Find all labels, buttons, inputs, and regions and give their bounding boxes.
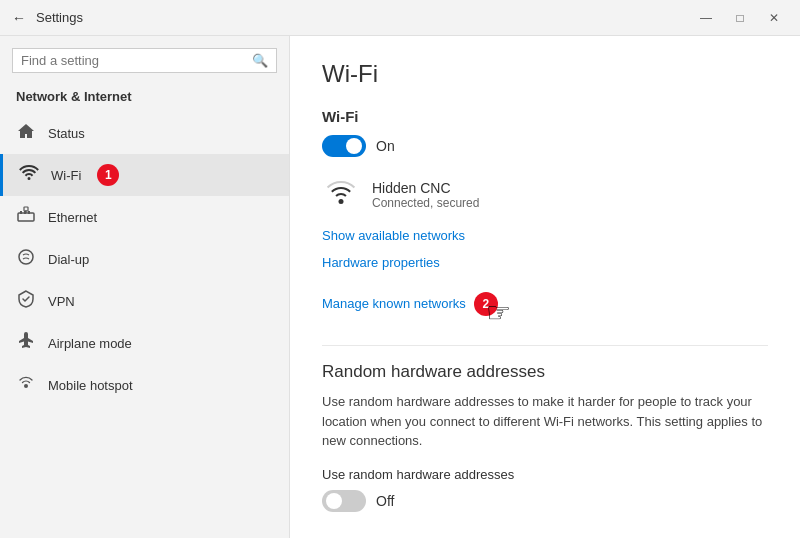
main-layout: 🔍 Network & Internet Status Wi-Fi 1	[0, 36, 800, 538]
status-icon	[16, 122, 36, 144]
vpn-icon	[16, 290, 36, 312]
wifi-toggle-row: On	[322, 135, 768, 157]
svg-rect-1	[20, 211, 22, 214]
hardware-properties-link[interactable]: Hardware properties	[322, 255, 768, 270]
random-hw-toggle[interactable]	[322, 490, 366, 512]
svg-rect-3	[28, 211, 30, 214]
svg-rect-0	[18, 213, 34, 221]
sidebar: 🔍 Network & Internet Status Wi-Fi 1	[0, 36, 290, 538]
search-icon: 🔍	[252, 53, 268, 68]
ethernet-icon	[16, 206, 36, 228]
sidebar-item-label-ethernet: Ethernet	[48, 210, 97, 225]
sidebar-item-label-wifi: Wi-Fi	[51, 168, 81, 183]
close-button[interactable]: ✕	[760, 8, 788, 28]
manage-networks-link[interactable]: Manage known networks	[322, 296, 466, 311]
sidebar-item-label-hotspot: Mobile hotspot	[48, 378, 133, 393]
network-wifi-icon	[322, 177, 360, 212]
search-box[interactable]: 🔍	[12, 48, 277, 73]
maximize-button[interactable]: □	[726, 8, 754, 28]
airplane-icon	[16, 332, 36, 354]
back-button[interactable]: ←	[12, 10, 26, 26]
sidebar-item-vpn[interactable]: VPN	[0, 280, 289, 322]
manage-networks-row: Manage known networks 2 ☞	[322, 282, 768, 325]
wifi-section-title: Wi-Fi	[322, 108, 768, 125]
content-panel: Wi-Fi Wi-Fi On Hidden CNC Connected, sec	[290, 36, 800, 538]
wifi-toggle[interactable]	[322, 135, 366, 157]
hotspot-icon	[16, 374, 36, 396]
svg-point-6	[19, 250, 33, 264]
svg-point-7	[24, 384, 28, 388]
search-input[interactable]	[21, 53, 246, 68]
window-controls: — □ ✕	[692, 8, 788, 28]
minimize-button[interactable]: —	[692, 8, 720, 28]
sidebar-section-label: Network & Internet	[0, 89, 289, 112]
sidebar-item-airplane[interactable]: Airplane mode	[0, 322, 289, 364]
sidebar-item-label-airplane: Airplane mode	[48, 336, 132, 351]
sidebar-item-label-dialup: Dial-up	[48, 252, 89, 267]
random-hw-title: Random hardware addresses	[322, 362, 768, 382]
network-status: Connected, secured	[372, 196, 479, 210]
sidebar-item-status[interactable]: Status	[0, 112, 289, 154]
sidebar-item-label-status: Status	[48, 126, 85, 141]
wifi-icon	[19, 165, 39, 185]
sidebar-item-wifi[interactable]: Wi-Fi 1	[0, 154, 289, 196]
title-bar-left: ← Settings	[12, 10, 83, 26]
sidebar-item-label-vpn: VPN	[48, 294, 75, 309]
random-hw-desc: Use random hardware addresses to make it…	[322, 392, 768, 451]
page-title: Wi-Fi	[322, 60, 768, 88]
show-networks-link[interactable]: Show available networks	[322, 228, 768, 243]
wifi-toggle-label: On	[376, 138, 395, 154]
title-bar: ← Settings — □ ✕	[0, 0, 800, 36]
window-title: Settings	[36, 10, 83, 25]
sidebar-item-hotspot[interactable]: Mobile hotspot	[0, 364, 289, 406]
cursor-hand-icon: ☞	[486, 296, 511, 329]
dialup-icon	[16, 248, 36, 270]
section-divider	[322, 345, 768, 346]
network-info: Hidden CNC Connected, secured	[372, 180, 479, 210]
network-name: Hidden CNC	[372, 180, 479, 196]
sidebar-item-ethernet[interactable]: Ethernet	[0, 196, 289, 238]
wifi-badge: 1	[97, 164, 119, 186]
random-hw-toggle-label: Off	[376, 493, 394, 509]
network-row: Hidden CNC Connected, secured	[322, 177, 768, 212]
sidebar-item-dialup[interactable]: Dial-up	[0, 238, 289, 280]
random-hw-label: Use random hardware addresses	[322, 467, 768, 482]
random-hw-toggle-row: Off	[322, 490, 768, 512]
